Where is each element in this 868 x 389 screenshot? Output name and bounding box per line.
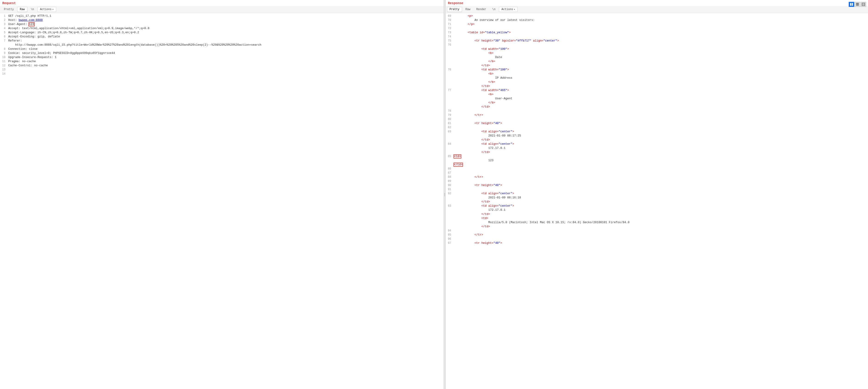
response-line-mozilla: Mozilla/5.0 (Macintosh; Intel Mac OS X 1… bbox=[446, 220, 868, 225]
response-title: Response bbox=[446, 0, 868, 6]
response-line-97: 97 <tr height="40"> bbox=[446, 241, 868, 245]
response-line-ip1: 172.17.0.1 bbox=[446, 146, 868, 150]
response-line-80: 80 bbox=[446, 117, 868, 121]
response-pretty-tab[interactable]: Pretty bbox=[447, 7, 462, 12]
response-line-b2-close: </b> bbox=[446, 80, 868, 84]
response-line-75: 75 <tr height="30" bgcolor="#ffb717" ali… bbox=[446, 39, 868, 43]
response-newline-tab[interactable]: \n bbox=[490, 7, 498, 12]
response-line-date2: 2021-01-09 08:16:18 bbox=[446, 196, 868, 200]
response-line-85-close: </td> bbox=[446, 163, 868, 167]
svg-rect-2 bbox=[856, 3, 859, 4]
response-line-b3: <b> bbox=[446, 92, 868, 97]
svg-rect-5 bbox=[862, 3, 865, 6]
response-line-76: 76 <td width="100"> bbox=[446, 68, 868, 72]
response-line-96: 96 bbox=[446, 237, 868, 241]
request-line-9: 9 Cookie: security_level=0; PHPSESSID=8g… bbox=[0, 51, 444, 55]
response-line-date1: 2021-01-09 08:17:25 bbox=[446, 134, 868, 138]
response-line-86: 86 bbox=[446, 167, 868, 171]
response-raw-tab[interactable]: Raw bbox=[463, 7, 473, 12]
request-line-5: 5 Accept-Language: zh-CN,zh;q=0.8,zh-TW;… bbox=[0, 31, 444, 35]
response-line-90: 90 <tr height="40"> bbox=[446, 183, 868, 187]
response-line-78: 78 bbox=[446, 109, 868, 113]
response-line-td2-close: </td> bbox=[446, 84, 868, 88]
response-line-93-td-close: </td> bbox=[446, 225, 868, 229]
response-actions-chevron: ▾ bbox=[514, 8, 515, 11]
response-line-82: 82 bbox=[446, 126, 868, 130]
response-line-93-td: <td> bbox=[446, 216, 868, 220]
response-content[interactable]: 69 <p> 70 An overview of our latest visi… bbox=[446, 13, 868, 389]
request-line-4: 4 Accept: text/html,application/xhtml+xm… bbox=[0, 26, 444, 31]
response-line-69: 69 <p> bbox=[446, 14, 868, 18]
response-line-88: 88 </tr> bbox=[446, 175, 868, 179]
response-line-td3-close: </td> bbox=[446, 105, 868, 109]
response-line-91: 91 bbox=[446, 187, 868, 192]
request-line-12: 12 Cache-Control: no-cache bbox=[0, 64, 444, 68]
request-line-7a: 7 Referer: bbox=[0, 39, 444, 43]
request-actions-button[interactable]: Actions ▾ bbox=[37, 7, 56, 12]
request-newline-tab[interactable]: \n bbox=[28, 7, 36, 12]
request-line-10: 10 Upgrade-Insecure-Requests: 1 bbox=[0, 55, 444, 59]
response-line-123: 123 bbox=[446, 159, 868, 163]
response-line-79: 79 </tr> bbox=[446, 113, 868, 117]
response-line-74: 74 bbox=[446, 35, 868, 39]
request-toolbar: Pretty Raw \n Actions ▾ bbox=[0, 6, 444, 13]
response-line-72: 72 bbox=[446, 26, 868, 31]
response-line-b1-close: </b> bbox=[446, 59, 868, 64]
response-line-73: 73 <table id="table_yellow"> bbox=[446, 31, 868, 35]
response-line-83: 83 <td align="center"> bbox=[446, 130, 868, 134]
response-line-b3-close: </b> bbox=[446, 101, 868, 105]
request-actions-chevron: ▾ bbox=[52, 8, 54, 11]
response-line-92-close: </td> bbox=[446, 200, 868, 204]
response-line-84: 84 <td align="center"> bbox=[446, 142, 868, 146]
response-line-81: 81 <tr height="40"> bbox=[446, 121, 868, 126]
response-line-71: 71 </p> bbox=[446, 22, 868, 26]
response-line-b1: <b> bbox=[446, 51, 868, 55]
list-view-button[interactable] bbox=[855, 2, 860, 7]
response-actions-label: Actions bbox=[501, 8, 513, 11]
response-line-td1-close: </td> bbox=[446, 64, 868, 68]
response-line-83-close: </td> bbox=[446, 138, 868, 142]
response-line-93-close: </td> bbox=[446, 212, 868, 216]
request-line-7b: http://bwapp.com:8888/sqli_15.php?title=… bbox=[0, 43, 444, 47]
request-panel: Request Pretty Raw \n Actions ▾ 1 GET /s… bbox=[0, 0, 444, 389]
request-pretty-tab[interactable]: Pretty bbox=[1, 7, 16, 12]
response-line-95: 95 </tr> bbox=[446, 233, 868, 237]
response-line-93: 93 <td align="center"> bbox=[446, 204, 868, 208]
response-line-77: 77 <td width="465"> bbox=[446, 88, 868, 92]
response-toolbar: Pretty Raw Render \n Actions ▾ bbox=[446, 6, 868, 13]
request-line-8: 8 Connection: close bbox=[0, 47, 444, 51]
request-line-14: 14 bbox=[0, 72, 444, 76]
request-actions-label: Actions bbox=[40, 8, 52, 11]
response-render-tab[interactable]: Render bbox=[474, 7, 489, 12]
request-line-6: 6 Accept-Encoding: gzip, deflate bbox=[0, 35, 444, 39]
response-line-92: 92 <td align="center"> bbox=[446, 192, 868, 196]
svg-rect-1 bbox=[852, 3, 853, 6]
response-line-ip2: 172.17.0.1 bbox=[446, 208, 868, 212]
panel-divider[interactable] bbox=[444, 0, 446, 389]
response-actions-button[interactable]: Actions ▾ bbox=[499, 7, 518, 12]
single-view-button[interactable] bbox=[861, 2, 866, 7]
response-line-76a: 76 bbox=[446, 43, 868, 47]
request-line-13: 13 bbox=[0, 68, 444, 72]
response-line-b2: <b> bbox=[446, 72, 868, 76]
response-line-89: 89 bbox=[446, 179, 868, 183]
response-line-85: 85 <td> bbox=[446, 154, 868, 159]
main-container: Request Pretty Raw \n Actions ▾ 1 GET /s… bbox=[0, 0, 868, 389]
request-line-3: 3 User-Agent: 123 bbox=[0, 22, 444, 26]
request-title: Request bbox=[0, 0, 444, 6]
response-line-87: 87 bbox=[446, 171, 868, 175]
response-line-94: 94 bbox=[446, 229, 868, 233]
split-view-button[interactable] bbox=[849, 2, 854, 7]
request-line-11: 11 Pragma: no-cache bbox=[0, 59, 444, 64]
svg-rect-3 bbox=[856, 4, 859, 5]
response-line-84-close: </td> bbox=[446, 150, 868, 154]
request-raw-tab[interactable]: Raw bbox=[17, 7, 27, 12]
svg-rect-0 bbox=[850, 3, 851, 6]
request-line-2: 2 Host: bwapp.com:8888 bbox=[0, 18, 444, 22]
response-panel: Response Pretty Raw Render \n Actions ▾ … bbox=[446, 0, 868, 389]
svg-rect-4 bbox=[856, 5, 859, 6]
response-line-ip: IP Address bbox=[446, 76, 868, 80]
request-content[interactable]: 1 GET /sqli_17.php HTTP/1.1 2 Host: bwap… bbox=[0, 13, 444, 389]
request-line-1: 1 GET /sqli_17.php HTTP/1.1 bbox=[0, 14, 444, 18]
response-line-td1: <td width="100"> bbox=[446, 47, 868, 51]
